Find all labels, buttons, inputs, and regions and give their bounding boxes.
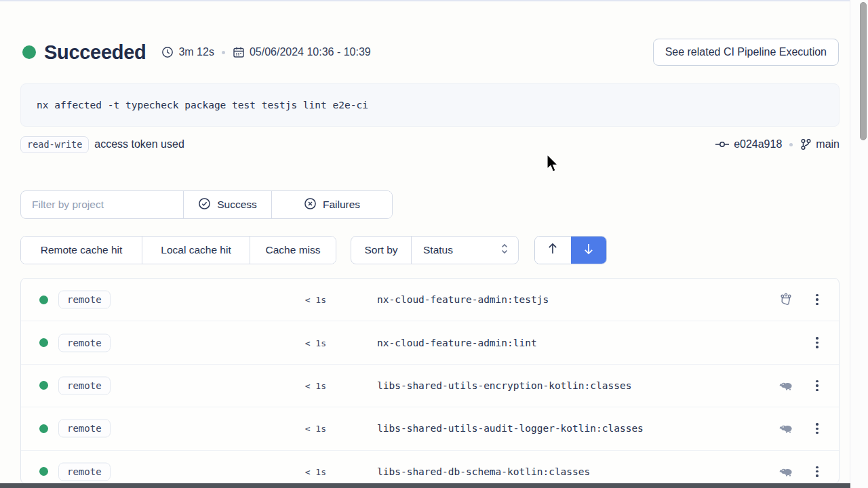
clock-icon bbox=[161, 46, 174, 58]
row-menu-button[interactable] bbox=[810, 378, 824, 393]
task-row[interactable]: remote < 1s nx-cloud-feature-admin:lint bbox=[21, 321, 839, 364]
sort-descending-button[interactable] bbox=[571, 237, 607, 264]
filter-bar: Success Failures bbox=[20, 190, 393, 219]
run-duration-text: 3m 12s bbox=[178, 46, 214, 58]
gradle-icon bbox=[778, 464, 794, 480]
run-status-dot bbox=[22, 45, 36, 59]
cache-source-badge: remote bbox=[58, 333, 111, 352]
calendar-icon bbox=[233, 46, 245, 58]
cache-tabs: Remote cache hit Local cache hit Cache m… bbox=[20, 236, 336, 264]
command-text: nx affected -t typecheck package test te… bbox=[37, 100, 368, 110]
page-title: Succeeded bbox=[44, 41, 146, 64]
filter-success-button[interactable]: Success bbox=[183, 191, 271, 218]
sort-group: Sort by Status bbox=[351, 236, 519, 264]
filter-success-label: Success bbox=[217, 199, 257, 211]
task-name[interactable]: libs-shared-utils-encryption-kotlin:clas… bbox=[377, 380, 631, 391]
task-name[interactable]: libs-shared-db-schema-kotlin:classes bbox=[377, 466, 590, 477]
sort-by-label: Sort by bbox=[351, 237, 411, 264]
task-status-dot bbox=[39, 338, 48, 347]
token-row: read-write access token used e024a918 ma… bbox=[20, 135, 840, 154]
task-name[interactable]: nx-cloud-feature-admin:testjs bbox=[377, 294, 549, 305]
commit-sha[interactable]: e024a918 bbox=[734, 138, 782, 150]
cache-source-badge: remote bbox=[58, 462, 111, 481]
run-date: 05/06/2024 10:36 - 10:39 bbox=[233, 46, 371, 58]
task-row[interactable]: remote < 1s nx-cloud-feature-admin:testj… bbox=[21, 279, 839, 321]
check-circle-icon bbox=[198, 197, 211, 213]
task-row[interactable]: remote < 1s libs-shared-db-schema-kotlin… bbox=[21, 451, 839, 484]
page-top-border bbox=[0, 0, 868, 1]
task-status-dot bbox=[39, 467, 48, 476]
jest-icon bbox=[778, 291, 794, 308]
chevron-updown-icon bbox=[500, 243, 509, 258]
git-commit-icon bbox=[715, 139, 730, 150]
git-branch-icon bbox=[800, 138, 812, 150]
task-status-dot bbox=[39, 381, 48, 390]
filter-failures-button[interactable]: Failures bbox=[271, 191, 392, 218]
arrow-down-icon bbox=[583, 242, 595, 258]
filter-failures-label: Failures bbox=[323, 199, 360, 211]
task-duration: < 1s bbox=[265, 338, 326, 348]
tab-local-cache-hit[interactable]: Local cache hit bbox=[142, 237, 250, 264]
task-duration: < 1s bbox=[265, 295, 326, 305]
sort-field-value: Status bbox=[423, 244, 453, 256]
sort-ascending-button[interactable] bbox=[535, 237, 571, 264]
run-date-text: 05/06/2024 10:36 - 10:39 bbox=[250, 46, 371, 58]
sort-direction-group bbox=[534, 236, 607, 264]
run-header: Succeeded 3m 12s 05/06/2024 10:36 - 10:3… bbox=[22, 38, 839, 66]
tab-remote-cache-hit[interactable]: Remote cache hit bbox=[21, 237, 142, 264]
cache-source-badge: remote bbox=[58, 376, 111, 394]
row-menu-button[interactable] bbox=[810, 421, 824, 436]
token-label: access token used bbox=[94, 138, 184, 150]
task-status-dot bbox=[39, 296, 48, 304]
task-row[interactable]: remote < 1s libs-shared-utils-encryption… bbox=[21, 365, 839, 407]
cache-source-badge: remote bbox=[58, 420, 111, 438]
task-duration: < 1s bbox=[265, 380, 326, 390]
gradle-icon bbox=[778, 378, 794, 394]
scrollbar-thumb[interactable] bbox=[860, 2, 867, 140]
separator-dot bbox=[789, 143, 793, 146]
task-list: remote < 1s nx-cloud-feature-admin:testj… bbox=[20, 278, 840, 484]
mouse-cursor bbox=[546, 154, 561, 177]
command-box: nx affected -t typecheck package test te… bbox=[20, 83, 840, 127]
project-filter-input[interactable] bbox=[21, 191, 183, 218]
cache-source-badge: remote bbox=[58, 291, 111, 309]
row-menu-button[interactable] bbox=[810, 292, 824, 307]
run-duration: 3m 12s bbox=[161, 46, 214, 58]
row-menu-button[interactable] bbox=[810, 336, 824, 350]
arrow-up-icon bbox=[547, 242, 559, 258]
token-scope-badge: read-write bbox=[20, 136, 89, 153]
related-pipeline-button[interactable]: See related CI Pipeline Execution bbox=[653, 39, 839, 66]
task-status-dot bbox=[39, 424, 48, 433]
x-circle-icon bbox=[304, 197, 317, 213]
vcs-info: e024a918 main bbox=[715, 138, 840, 150]
task-duration: < 1s bbox=[265, 466, 326, 476]
task-row[interactable]: remote < 1s libs-shared-utils-audit-logg… bbox=[21, 407, 839, 450]
separator-dot bbox=[222, 51, 225, 54]
branch-name[interactable]: main bbox=[816, 138, 840, 150]
row-menu-button[interactable] bbox=[810, 464, 824, 479]
task-name[interactable]: libs-shared-utils-audit-logger-kotlin:cl… bbox=[377, 423, 644, 434]
task-duration: < 1s bbox=[265, 424, 326, 434]
bottom-window-edge bbox=[0, 483, 850, 488]
sort-field-select[interactable]: Status bbox=[411, 237, 518, 264]
task-name[interactable]: nx-cloud-feature-admin:lint bbox=[377, 338, 537, 348]
gradle-icon bbox=[778, 420, 794, 436]
tab-cache-miss[interactable]: Cache miss bbox=[250, 237, 336, 264]
